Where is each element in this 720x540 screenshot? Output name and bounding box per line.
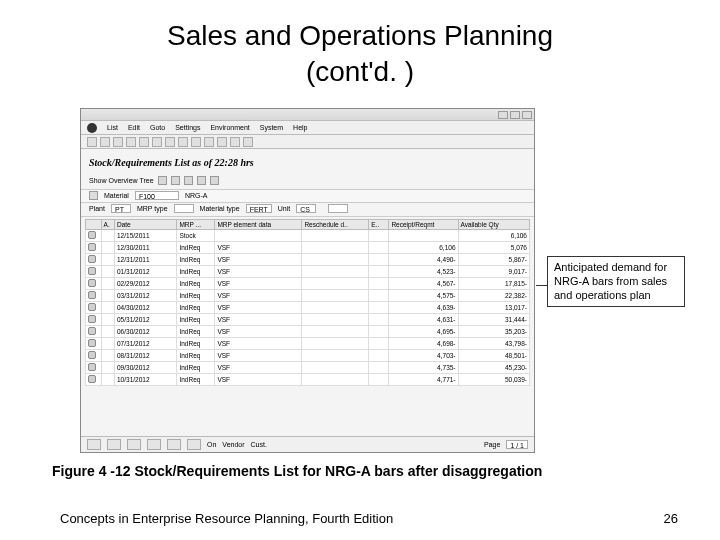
table-row[interactable]: 08/31/2012IndReqVSF4,703-48,501- <box>86 350 530 362</box>
row-icon-cell[interactable] <box>86 266 102 278</box>
cell-a <box>101 242 114 254</box>
row-icon-cell[interactable] <box>86 326 102 338</box>
row-icon-cell[interactable] <box>86 350 102 362</box>
table-row[interactable]: 09/30/2012IndReqVSF4,735-45,230- <box>86 362 530 374</box>
filter-icon[interactable] <box>158 176 167 185</box>
menu-item[interactable]: Settings <box>175 124 200 131</box>
col-available[interactable]: Available Qty <box>458 220 529 230</box>
minimize-icon[interactable] <box>498 111 508 119</box>
table-row[interactable]: 01/31/2012IndReqVSF4,523-9,017- <box>86 266 530 278</box>
table-row[interactable]: 07/31/2012IndReqVSF4,698-43,798- <box>86 338 530 350</box>
menu-item[interactable]: Help <box>293 124 307 131</box>
callout-annotation: Anticipated demand for NRG-A bars from s… <box>547 256 685 307</box>
plant-input[interactable]: PT <box>111 204 131 213</box>
record-icon <box>88 327 96 335</box>
app-menu-icon[interactable] <box>87 123 97 133</box>
cell-date: 10/31/2012 <box>114 374 176 386</box>
material-type-input[interactable]: FERT <box>246 204 272 213</box>
status-button[interactable] <box>147 439 161 450</box>
status-button[interactable] <box>167 439 181 450</box>
menu-item[interactable]: List <box>107 124 118 131</box>
toolbar-button[interactable] <box>204 137 214 147</box>
row-icon-cell[interactable] <box>86 230 102 242</box>
row-icon-cell[interactable] <box>86 338 102 350</box>
menu-item[interactable]: Environment <box>210 124 249 131</box>
table-row[interactable]: 12/30/2011IndReqVSF6,1065,076 <box>86 242 530 254</box>
table-row[interactable]: 03/31/2012IndReqVSF4,575-22,382- <box>86 290 530 302</box>
table-row[interactable]: 10/31/2012IndReqVSF4,771-50,039- <box>86 374 530 386</box>
status-button[interactable] <box>107 439 121 450</box>
toolbar-button[interactable] <box>230 137 240 147</box>
row-icon-cell[interactable] <box>86 278 102 290</box>
col-icon[interactable] <box>86 220 102 230</box>
table-row[interactable]: 05/31/2012IndReqVSF4,631-31,444- <box>86 314 530 326</box>
row-icon-cell[interactable] <box>86 302 102 314</box>
table-row[interactable]: 12/15/2011Stock6,106 <box>86 230 530 242</box>
col-e[interactable]: E.. <box>369 220 389 230</box>
toolbar-button[interactable] <box>139 137 149 147</box>
settings-icon[interactable] <box>210 176 219 185</box>
view-icon[interactable] <box>197 176 206 185</box>
menu-item[interactable]: Goto <box>150 124 165 131</box>
mrp-type-input[interactable] <box>174 204 194 213</box>
col-receipt[interactable]: Receipt/Reqmt <box>389 220 458 230</box>
status-button[interactable] <box>187 439 201 450</box>
cell-receipt: 4,735- <box>389 362 458 374</box>
cell-date: 12/15/2011 <box>114 230 176 242</box>
table-row[interactable]: 12/31/2011IndReqVSF4,490-5,867- <box>86 254 530 266</box>
row-icon-cell[interactable] <box>86 362 102 374</box>
status-button[interactable] <box>87 439 101 450</box>
toolbar-button[interactable] <box>217 137 227 147</box>
show-overview-label[interactable]: Show Overview Tree <box>89 177 154 184</box>
refresh-icon[interactable] <box>184 176 193 185</box>
row-icon-cell[interactable] <box>86 290 102 302</box>
row-icon-cell[interactable] <box>86 254 102 266</box>
material-input[interactable]: F100 <box>135 191 179 200</box>
toolbar-button[interactable] <box>126 137 136 147</box>
toolbar-button[interactable] <box>243 137 253 147</box>
menu-item[interactable]: System <box>260 124 283 131</box>
col-mrp[interactable]: MRP ... <box>177 220 215 230</box>
cell-e <box>369 230 389 242</box>
col-mrp-data[interactable]: MRP element data <box>215 220 302 230</box>
col-reschedule[interactable]: Reschedule d.. <box>302 220 369 230</box>
unit-input[interactable]: CS <box>296 204 316 213</box>
toolbar-button[interactable] <box>165 137 175 147</box>
cell-e <box>369 278 389 290</box>
status-button[interactable] <box>127 439 141 450</box>
page-heading: Stock/Requirements List as of 22:28 hrs <box>81 149 534 174</box>
cell-receipt: 4,639- <box>389 302 458 314</box>
col-a[interactable]: A. <box>101 220 114 230</box>
vendor-label[interactable]: Vendor <box>222 441 244 448</box>
table-row[interactable]: 04/30/2012IndReqVSF4,639-13,017- <box>86 302 530 314</box>
tree-icon[interactable] <box>171 176 180 185</box>
table-area: A. Date MRP ... MRP element data Resched… <box>81 217 534 388</box>
lock-icon[interactable] <box>89 191 98 200</box>
toolbar-button[interactable] <box>178 137 188 147</box>
cell-mrp-data: VSF <box>215 374 302 386</box>
toolbar-button[interactable] <box>87 137 97 147</box>
toolbar-button[interactable] <box>100 137 110 147</box>
close-icon[interactable] <box>522 111 532 119</box>
toolbar-button[interactable] <box>152 137 162 147</box>
page-value[interactable]: 1 / 1 <box>506 440 528 449</box>
cust-label[interactable]: Cust. <box>251 441 267 448</box>
toolbar-button[interactable] <box>113 137 123 147</box>
cell-e <box>369 302 389 314</box>
row-icon-cell[interactable] <box>86 314 102 326</box>
table-row[interactable]: 06/30/2012IndReqVSF4,695-35,203- <box>86 326 530 338</box>
table-row[interactable]: 02/29/2012IndReqVSF4,567-17,815- <box>86 278 530 290</box>
row-icon-cell[interactable] <box>86 242 102 254</box>
col-date[interactable]: Date <box>114 220 176 230</box>
cell-reschedule <box>302 254 369 266</box>
menu-item[interactable]: Edit <box>128 124 140 131</box>
cell-e <box>369 290 389 302</box>
toolbar-button[interactable] <box>191 137 201 147</box>
cell-date: 06/30/2012 <box>114 326 176 338</box>
row-icon-cell[interactable] <box>86 374 102 386</box>
title-line-1: Sales and Operations Planning <box>167 20 553 51</box>
page-input[interactable] <box>328 204 348 213</box>
maximize-icon[interactable] <box>510 111 520 119</box>
cell-date: 08/31/2012 <box>114 350 176 362</box>
cell-available: 17,815- <box>458 278 529 290</box>
